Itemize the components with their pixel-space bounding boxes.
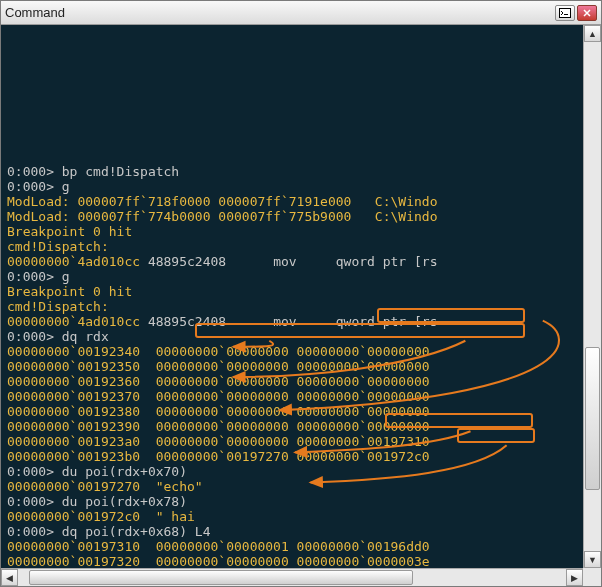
- terminal-line: cmd!Dispatch:: [7, 299, 581, 314]
- terminal-line: Breakpoint 0 hit: [7, 284, 581, 299]
- window-title: Command: [5, 5, 553, 20]
- svg-rect-2: [564, 14, 568, 15]
- scroll-left-button[interactable]: ◀: [1, 569, 18, 586]
- terminal-line: 00000000`00197270 "echo": [7, 479, 581, 494]
- terminal-line: 00000000`00192360 00000000`00000000 0000…: [7, 374, 581, 389]
- terminal-icon[interactable]: [555, 5, 575, 21]
- terminal-line: 00000000`00192380 00000000`00000000 0000…: [7, 404, 581, 419]
- scroll-corner: [583, 568, 601, 586]
- terminal-line: ModLoad: 000007ff`774b0000 000007ff`775b…: [7, 209, 581, 224]
- terminal-line: 00000000`00192390 00000000`00000000 0000…: [7, 419, 581, 434]
- terminal-line: 0:000> dq rdx: [7, 329, 581, 344]
- terminal-line: 00000000`001923b0 00000000`00197270 0000…: [7, 449, 581, 464]
- terminal-line: 0:000> dq poi(rdx+0x68) L4: [7, 524, 581, 539]
- terminal-line: 00000000`00197310 00000000`00000001 0000…: [7, 539, 581, 554]
- horizontal-scrollbar[interactable]: ◀ ▶: [1, 568, 583, 586]
- terminal-line: 00000000`4ad010cc 48895c2408 mov qword p…: [7, 314, 581, 329]
- vertical-scrollbar[interactable]: ▲ ▼: [583, 25, 601, 568]
- terminal-line: 0:000> g: [7, 269, 581, 284]
- terminal-line: 00000000`00192340 00000000`00000000 0000…: [7, 344, 581, 359]
- terminal-output[interactable]: 0:000> bp cmd!Dispatch0:000> gModLoad: 0…: [1, 25, 583, 568]
- terminal-line: 0:000> g: [7, 179, 581, 194]
- terminal-line: cmd!Dispatch:: [7, 239, 581, 254]
- terminal-line: 0:000> du poi(rdx+0x78): [7, 494, 581, 509]
- titlebar[interactable]: Command: [1, 1, 601, 25]
- terminal-line: Breakpoint 0 hit: [7, 224, 581, 239]
- terminal-line: 00000000`00192350 00000000`00000000 0000…: [7, 359, 581, 374]
- vscroll-track[interactable]: [584, 42, 601, 551]
- terminal-line: ModLoad: 000007ff`718f0000 000007ff`7191…: [7, 194, 581, 209]
- terminal-line: 00000000`001972c0 " hai: [7, 509, 581, 524]
- terminal-line: 0:000> du poi(rdx+0x70): [7, 464, 581, 479]
- hscroll-track[interactable]: [18, 569, 566, 586]
- terminal-line: 0:000> bp cmd!Dispatch: [7, 164, 581, 179]
- terminal-line: 00000000`00197320 00000000`00000000 0000…: [7, 554, 581, 568]
- command-window: Command: [0, 0, 602, 587]
- hscroll-thumb[interactable]: [29, 570, 413, 585]
- scroll-down-button[interactable]: ▼: [584, 551, 601, 568]
- scroll-right-button[interactable]: ▶: [566, 569, 583, 586]
- terminal-line: 00000000`4ad010cc 48895c2408 mov qword p…: [7, 254, 581, 269]
- vscroll-thumb[interactable]: [585, 347, 600, 490]
- terminal-line: 00000000`00192370 00000000`00000000 0000…: [7, 389, 581, 404]
- client-area: 0:000> bp cmd!Dispatch0:000> gModLoad: 0…: [1, 25, 601, 568]
- svg-rect-1: [560, 9, 570, 17]
- scroll-up-button[interactable]: ▲: [584, 25, 601, 42]
- close-button[interactable]: [577, 5, 597, 21]
- terminal-line: 00000000`001923a0 00000000`00000000 0000…: [7, 434, 581, 449]
